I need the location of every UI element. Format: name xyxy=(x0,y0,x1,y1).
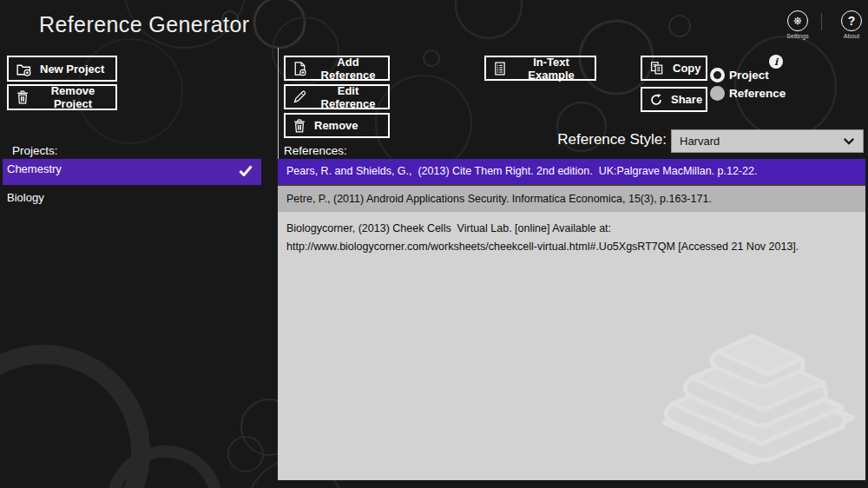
reference-style-label: Reference Style: xyxy=(476,131,667,148)
remove-project-label: Remove Project xyxy=(37,84,108,110)
new-project-button[interactable]: New Project xyxy=(7,56,117,82)
project-name: Biology xyxy=(7,191,44,204)
add-reference-button[interactable]: Add Reference xyxy=(284,56,390,81)
copy-button[interactable]: Copy xyxy=(641,56,707,81)
info-icon[interactable]: i xyxy=(769,55,783,69)
new-project-label: New Project xyxy=(40,63,104,76)
references-panel: Pears, R. and Shields, G., (2013) Cite T… xyxy=(278,159,865,480)
copy-label: Copy xyxy=(673,62,701,75)
question-mark-icon: ? xyxy=(841,10,862,31)
settings-button[interactable]: Settings xyxy=(780,10,815,39)
gear-icon xyxy=(787,10,808,31)
remove-reference-label: Remove xyxy=(314,119,358,132)
remove-reference-button[interactable]: Remove xyxy=(284,113,390,138)
remove-project-button[interactable]: Remove Project xyxy=(7,84,117,110)
list-document-icon xyxy=(493,61,507,76)
edit-reference-button[interactable]: Edit Reference xyxy=(284,84,390,109)
about-label: About xyxy=(844,33,859,39)
radio-selected-icon xyxy=(710,68,725,82)
project-name: Chemestry xyxy=(7,162,62,175)
trash-icon xyxy=(16,89,30,105)
about-button[interactable]: ? About xyxy=(834,10,868,39)
in-text-example-label: In-Text Example xyxy=(515,56,588,82)
checkmark-icon xyxy=(239,165,253,179)
reference-style-value: Harvard xyxy=(680,135,720,148)
trash-icon xyxy=(293,118,306,134)
page-title: Reference Generator xyxy=(39,12,249,37)
radio-project-label: Project xyxy=(729,69,769,82)
reference-item-highlighted[interactable]: Petre, P., (2011) Android Applications S… xyxy=(278,184,865,212)
reference-item[interactable]: Biologycorner, (2013) Cheek Cells Virtua… xyxy=(278,216,818,258)
project-item[interactable]: Biology xyxy=(3,191,261,210)
references-label: References: xyxy=(284,144,347,157)
header-divider xyxy=(821,13,822,30)
radio-unselected-icon xyxy=(710,86,725,101)
document-plus-icon xyxy=(293,61,307,76)
settings-label: Settings xyxy=(786,33,808,39)
share-button[interactable]: Share xyxy=(641,87,707,112)
toolbar-divider xyxy=(278,48,279,159)
sync-arrows-icon xyxy=(649,93,663,107)
radio-reference[interactable]: Reference xyxy=(710,86,786,101)
in-text-example-button[interactable]: In-Text Example xyxy=(484,56,596,81)
reference-style-dropdown[interactable]: Harvard xyxy=(671,129,864,153)
add-reference-label: Add Reference xyxy=(315,56,381,82)
edit-reference-label: Edit Reference xyxy=(315,84,381,110)
books-watermark-icon xyxy=(657,326,860,475)
chevron-down-icon xyxy=(843,135,855,148)
radio-reference-label: Reference xyxy=(729,87,786,100)
copy-icon xyxy=(649,61,665,76)
reference-item-selected[interactable]: Pears, R. and Shields, G., (2013) Cite T… xyxy=(278,159,865,184)
projects-label: Projects: xyxy=(12,144,58,157)
share-label: Share xyxy=(671,93,702,106)
project-item-selected[interactable]: Chemestry xyxy=(3,159,261,185)
pencil-icon xyxy=(293,89,307,104)
radio-project[interactable]: Project xyxy=(710,68,769,82)
folder-plus-icon xyxy=(16,62,32,76)
